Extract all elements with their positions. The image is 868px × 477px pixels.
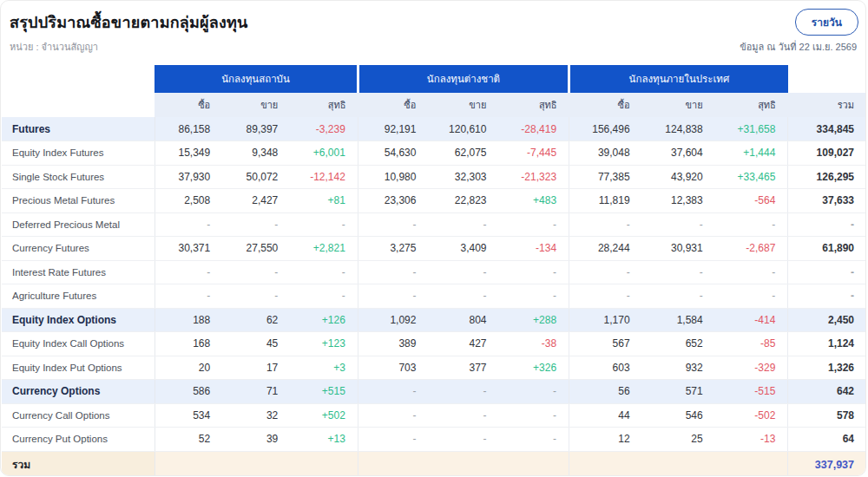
value-cell: +2,821 <box>290 237 358 261</box>
value-cell: 45 <box>222 332 290 356</box>
total-cell: 334,845 <box>788 117 866 141</box>
row-label: Single Stock Futures <box>2 165 155 189</box>
value-cell: 43,920 <box>642 165 715 189</box>
sub-header-row: ซื้อ ขาย สุทธิ ซื้อ ขาย สุทธิ ซื้อ ขาย ส… <box>2 93 866 117</box>
value-cell: - <box>498 428 569 452</box>
value-cell: 37,930 <box>155 165 222 189</box>
value-cell: 124,838 <box>642 117 715 141</box>
table-row: Currency Call Options53432+502---44546-5… <box>2 403 866 428</box>
value-cell: 188 <box>155 308 222 332</box>
col-buy: ซื้อ <box>358 93 428 117</box>
value-cell: - <box>358 403 428 428</box>
value-cell: 27,550 <box>222 237 290 261</box>
total-cell: 126,295 <box>788 165 866 189</box>
value-cell: 22,823 <box>428 189 498 213</box>
value-cell: 28,244 <box>569 237 642 261</box>
value-cell: +515 <box>290 380 358 404</box>
total-cell: - <box>788 212 866 237</box>
value-cell: 62,075 <box>428 141 498 166</box>
group-header-foreign: นักลงทุนต่างชาติ <box>358 65 569 93</box>
value-cell: 86,158 <box>155 117 222 141</box>
value-cell: - <box>155 260 222 284</box>
value-cell: - <box>358 428 428 452</box>
total-cell: 2,450 <box>788 308 866 332</box>
value-cell: 77,385 <box>569 165 642 189</box>
value-cell: - <box>642 284 715 309</box>
row-label: Currency Call Options <box>2 403 155 428</box>
value-cell: +502 <box>290 403 358 428</box>
value-cell: - <box>569 212 642 237</box>
group-header-local: นักลงทุนภายในประเทศ <box>569 65 788 93</box>
value-cell: 567 <box>569 332 642 356</box>
row-label: Currency Options <box>2 380 155 404</box>
value-cell: - <box>428 260 498 284</box>
value-cell: 56 <box>569 380 642 404</box>
value-cell: 50,072 <box>222 165 290 189</box>
value-cell: 62 <box>222 308 290 332</box>
value-cell: - <box>222 212 290 237</box>
total-cell: 109,027 <box>788 141 866 166</box>
value-cell: -2,687 <box>715 237 788 261</box>
value-cell: 52 <box>155 428 222 452</box>
row-label: Precious Metal Futures <box>2 189 155 213</box>
table-row: Currency Put Options5239+13---1225-1364 <box>2 428 866 452</box>
value-cell: -21,323 <box>498 165 569 189</box>
daily-period-button[interactable]: รายวัน <box>795 9 858 36</box>
value-cell <box>222 451 290 476</box>
value-cell: +13 <box>290 428 358 452</box>
col-buy: ซื้อ <box>155 93 222 117</box>
value-cell: 3,275 <box>358 237 428 261</box>
total-cell: 37,633 <box>788 189 866 213</box>
value-cell: 12,383 <box>642 189 715 213</box>
sub-header-blank <box>2 93 155 117</box>
value-cell: - <box>290 260 358 284</box>
card-header: สรุปปริมาณซื้อขายตามกลุ่มผู้ลงทุน หน่วย … <box>1 1 865 65</box>
value-cell: -7,445 <box>498 141 569 166</box>
value-cell: +81 <box>290 189 358 213</box>
value-cell: 1,584 <box>642 308 715 332</box>
value-cell: 603 <box>569 356 642 380</box>
value-cell: - <box>358 380 428 404</box>
investor-volume-table: นักลงทุนสถาบัน นักลงทุนต่างชาติ นักลงทุน… <box>2 65 866 476</box>
value-cell: - <box>498 403 569 428</box>
value-cell: - <box>642 260 715 284</box>
value-cell: 44 <box>569 403 642 428</box>
value-cell: - <box>642 212 715 237</box>
row-label: Equity Index Put Options <box>2 356 155 380</box>
table-row: Equity Index Call Options16845+123389427… <box>2 332 866 356</box>
value-cell: +3 <box>290 356 358 380</box>
value-cell: - <box>358 284 428 309</box>
row-label: Currency Futures <box>2 237 155 261</box>
table-row: Equity Index Put Options2017+3703377+326… <box>2 356 866 380</box>
value-cell: -414 <box>715 308 788 332</box>
table-row: Currency Futures30,37127,550+2,8213,2753… <box>2 237 866 261</box>
value-cell: 586 <box>155 380 222 404</box>
total-cell: - <box>788 260 866 284</box>
value-cell: - <box>358 260 428 284</box>
col-sell: ขาย <box>222 93 290 117</box>
col-net: สุทธิ <box>715 93 788 117</box>
value-cell: 10,980 <box>358 165 428 189</box>
value-cell: - <box>290 284 358 309</box>
col-sell: ขาย <box>428 93 498 117</box>
value-cell: - <box>498 260 569 284</box>
value-cell: - <box>715 284 788 309</box>
value-cell: +126 <box>290 308 358 332</box>
as-of-date: ข้อมูล ณ วันที่ 22 เม.ย. 2569 <box>740 39 857 55</box>
value-cell: -564 <box>715 189 788 213</box>
value-cell: -134 <box>498 237 569 261</box>
value-cell: 9,348 <box>222 141 290 166</box>
value-cell: 32,303 <box>428 165 498 189</box>
value-cell: 17 <box>222 356 290 380</box>
value-cell: - <box>498 212 569 237</box>
value-cell: 389 <box>358 332 428 356</box>
summary-card: สรุปปริมาณซื้อขายตามกลุ่มผู้ลงทุน หน่วย … <box>0 0 866 476</box>
value-cell: 652 <box>642 332 715 356</box>
value-cell: 37,604 <box>642 141 715 166</box>
value-cell: 54,630 <box>358 141 428 166</box>
value-cell: -12,142 <box>290 165 358 189</box>
value-cell <box>358 451 428 476</box>
table-row: Equity Index Options18862+1261,092804+28… <box>2 308 866 332</box>
value-cell: 377 <box>428 356 498 380</box>
total-cell: 1,124 <box>788 332 866 356</box>
